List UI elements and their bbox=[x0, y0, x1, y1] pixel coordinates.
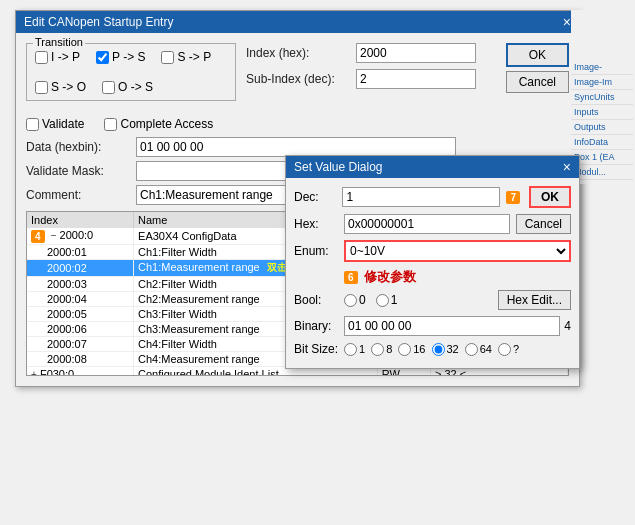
side-item-outputs[interactable]: Outputs bbox=[571, 120, 633, 135]
side-item-image[interactable]: Image- bbox=[571, 60, 633, 75]
transition-checkboxes: I -> P P -> S S -> P S -> O bbox=[35, 50, 227, 94]
bitsize-q-radio[interactable] bbox=[498, 343, 511, 356]
row-index: 2000:06 bbox=[27, 321, 134, 336]
row-index: 4 − 2000:0 bbox=[27, 228, 134, 244]
row-index: 2000:08 bbox=[27, 351, 134, 366]
sv-ok-button[interactable]: OK bbox=[529, 186, 571, 208]
sv-close-btn[interactable]: × bbox=[563, 160, 571, 174]
bitsize-1-radio[interactable] bbox=[344, 343, 357, 356]
expand-btn[interactable]: − bbox=[51, 230, 57, 241]
transition-label: Transition bbox=[33, 36, 85, 48]
main-dialog-close[interactable]: × bbox=[563, 15, 571, 29]
row-index: 2000:03 bbox=[27, 276, 134, 291]
data-hexbin-label: Data (hexbin): bbox=[26, 140, 136, 154]
side-panel: Image- Image-Im SyncUnits Inputs Outputs… bbox=[571, 10, 633, 184]
row-index: 2000:05 bbox=[27, 306, 134, 321]
sv-enum-row: Enum: 0~10V 4~20mA 0~5V bbox=[294, 240, 571, 262]
sv-dec-row: Dec: 7 OK bbox=[294, 186, 571, 208]
sv-enum-label: Enum: bbox=[294, 244, 344, 258]
bitsize-64-radio[interactable] bbox=[465, 343, 478, 356]
row-index-val: 2000:0 bbox=[60, 229, 94, 241]
index-row: Index (hex): bbox=[246, 43, 496, 63]
row-index: 2000:01 bbox=[27, 244, 134, 259]
complete-access-checkbox[interactable] bbox=[104, 118, 117, 131]
sv-bitsize-label: Bit Size: bbox=[294, 342, 344, 356]
side-item-syncunits[interactable]: SyncUnits bbox=[571, 90, 633, 105]
bitsize-16-label: 16 bbox=[398, 343, 425, 356]
complete-access-group: Complete Access bbox=[104, 117, 213, 131]
bitsize-8-label: 8 bbox=[371, 343, 392, 356]
side-item-inputs[interactable]: Inputs bbox=[571, 105, 633, 120]
sv-bool-row: Bool: 0 1 Hex Edit... bbox=[294, 290, 571, 310]
bitsize-64-label: 64 bbox=[465, 343, 492, 356]
validate-checkbox[interactable] bbox=[26, 118, 39, 131]
validate-mask-label: Validate Mask: bbox=[26, 164, 136, 178]
ok-cancel-group: OK Cancel bbox=[506, 43, 569, 109]
subindex-row: Sub-Index (dec): bbox=[246, 69, 496, 89]
bool-radio-0[interactable] bbox=[344, 294, 357, 307]
transition-group: Transition I -> P P -> S S -> P bbox=[26, 43, 236, 101]
modify-label: 修改参数 bbox=[364, 269, 416, 284]
sv-binary-row: Binary: 4 bbox=[294, 316, 571, 336]
bitsize-32-label: 32 bbox=[432, 343, 459, 356]
bitsize-8-radio[interactable] bbox=[371, 343, 384, 356]
modify-annotation: 6 修改参数 bbox=[344, 268, 571, 286]
sv-hex-edit-btn[interactable]: Hex Edit... bbox=[498, 290, 571, 310]
sv-bitsize-radios: 1 8 16 32 64 ? bbox=[344, 343, 519, 356]
sv-hex-label: Hex: bbox=[294, 217, 344, 231]
sv-hex-row: Hex: Cancel bbox=[294, 214, 571, 234]
row-index: 2000:07 bbox=[27, 336, 134, 351]
subindex-input[interactable] bbox=[356, 69, 476, 89]
side-item-modul[interactable]: Modul... bbox=[571, 165, 633, 180]
index-input[interactable] bbox=[356, 43, 476, 63]
side-item-image-im[interactable]: Image-Im bbox=[571, 75, 633, 90]
expand-btn-f030[interactable]: + bbox=[31, 369, 37, 376]
bool-radio-1-label: 1 bbox=[376, 293, 398, 307]
validate-checkbox-group: Validate bbox=[26, 117, 84, 131]
checkbox-p-to-s-label: P -> S bbox=[112, 50, 145, 64]
sv-enum-select[interactable]: 0~10V 4~20mA 0~5V bbox=[344, 240, 571, 262]
row-index: 2000:02 bbox=[27, 259, 134, 276]
bool-radio-0-label: 0 bbox=[344, 293, 366, 307]
checkbox-s-to-p-label: S -> P bbox=[177, 50, 211, 64]
sv-titlebar: Set Value Dialog × bbox=[286, 156, 579, 178]
bitsize-16-radio[interactable] bbox=[398, 343, 411, 356]
ok-button[interactable]: OK bbox=[506, 43, 569, 67]
checkbox-i-to-p-input[interactable] bbox=[35, 51, 48, 64]
row-index: 2000:04 bbox=[27, 291, 134, 306]
sv-bool-label: Bool: bbox=[294, 293, 344, 307]
sv-dec-input[interactable] bbox=[342, 187, 500, 207]
side-item-box1[interactable]: Box 1 (EA bbox=[571, 150, 633, 165]
validate-row: Validate Complete Access bbox=[26, 117, 569, 131]
sv-binary-right: 4 bbox=[564, 319, 571, 333]
checkbox-i-to-p-label: I -> P bbox=[51, 50, 80, 64]
sv-body: Dec: 7 OK Hex: Cancel Enum: 0~10V 4~20mA… bbox=[286, 178, 579, 368]
sv-cancel-button[interactable]: Cancel bbox=[516, 214, 571, 234]
cancel-button[interactable]: Cancel bbox=[506, 71, 569, 93]
col-index: Index bbox=[27, 212, 134, 228]
main-dialog-title: Edit CANopen Startup Entry bbox=[24, 15, 173, 29]
checkbox-o-to-s-input[interactable] bbox=[102, 81, 115, 94]
checkbox-s-to-o-input[interactable] bbox=[35, 81, 48, 94]
checkbox-o-to-s-label: O -> S bbox=[118, 80, 153, 94]
bool-radio-1[interactable] bbox=[376, 294, 389, 307]
main-dialog-titlebar: Edit CANopen Startup Entry × bbox=[16, 11, 579, 33]
checkbox-p-to-s: P -> S bbox=[96, 50, 145, 64]
bitsize-32-radio[interactable] bbox=[432, 343, 445, 356]
row-index-val: F030:0 bbox=[40, 368, 74, 376]
checkbox-s-to-p: S -> P bbox=[161, 50, 211, 64]
sv-hex-input[interactable] bbox=[344, 214, 510, 234]
complete-access-label: Complete Access bbox=[120, 117, 213, 131]
side-item-infodata[interactable]: InfoData bbox=[571, 135, 633, 150]
checkbox-s-to-p-input[interactable] bbox=[161, 51, 174, 64]
sv-binary-input[interactable] bbox=[344, 316, 560, 336]
data-hexbin-input[interactable] bbox=[136, 137, 456, 157]
double-click-annotation: 双击 bbox=[267, 262, 287, 273]
checkbox-p-to-s-input[interactable] bbox=[96, 51, 109, 64]
checkbox-o-to-s: O -> S bbox=[102, 80, 153, 94]
subindex-label: Sub-Index (dec): bbox=[246, 72, 356, 86]
badge-6: 6 bbox=[344, 271, 358, 284]
bitsize-1-label: 1 bbox=[344, 343, 365, 356]
sv-binary-label: Binary: bbox=[294, 319, 344, 333]
index-subindex-group: Index (hex): Sub-Index (dec): bbox=[246, 43, 496, 109]
